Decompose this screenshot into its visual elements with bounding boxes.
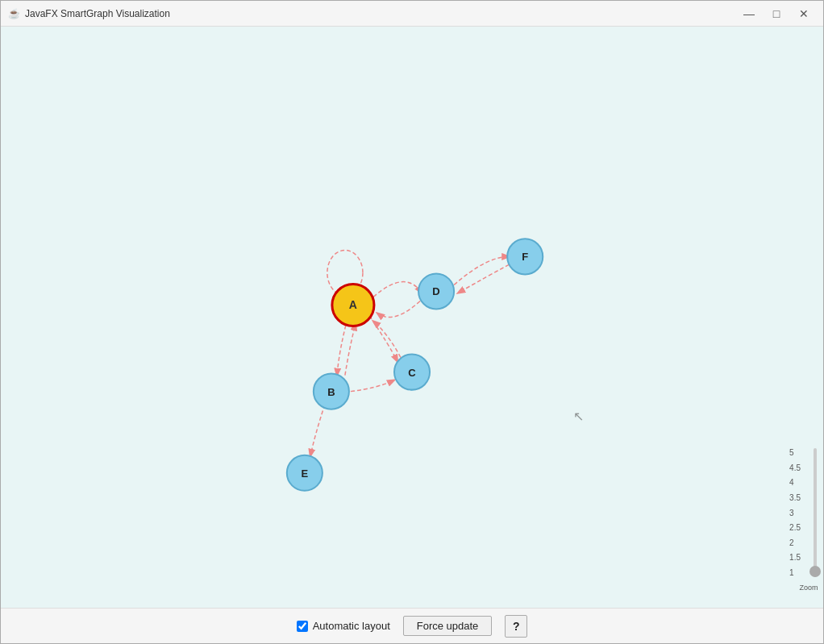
zoom-panel: 5 4.5 4 3.5 3 2.5 2 1.5 1 Zoom xyxy=(794,27,823,608)
zoom-tick-1-5: 1.5 xyxy=(789,553,801,562)
svg-text:E: E xyxy=(302,467,309,480)
zoom-tick-2-5: 2.5 xyxy=(789,523,801,532)
zoom-tick-1: 1 xyxy=(789,568,801,577)
graph-area[interactable]: A B C D E F ↖ xyxy=(1,27,794,608)
main-content: A B C D E F ↖ xyxy=(1,27,823,608)
help-button[interactable]: ? xyxy=(505,615,527,638)
zoom-track[interactable] xyxy=(814,448,817,577)
zoom-tick-4: 4 xyxy=(789,478,801,487)
window-title: JavaFX SmartGraph Visualization xyxy=(25,8,736,19)
main-window: ☕ JavaFX SmartGraph Visualization — □ ✕ xyxy=(0,0,824,644)
zoom-tick-4-5: 4.5 xyxy=(789,463,801,472)
minimize-button[interactable]: — xyxy=(736,2,762,25)
auto-layout-text: Automatic layout xyxy=(313,620,390,632)
app-icon: ☕ xyxy=(7,7,20,20)
zoom-labels: 5 4.5 4 3.5 3 2.5 2 1.5 1 xyxy=(789,448,801,577)
zoom-tick-5: 5 xyxy=(789,448,801,457)
svg-text:C: C xyxy=(408,367,416,379)
window-controls: — □ ✕ xyxy=(736,2,817,25)
zoom-tick-2: 2 xyxy=(789,538,801,547)
maximize-button[interactable]: □ xyxy=(764,2,789,25)
graph-svg: A B C D E F ↖ xyxy=(1,27,794,608)
title-bar: ☕ JavaFX SmartGraph Visualization — □ ✕ xyxy=(1,1,823,27)
close-button[interactable]: ✕ xyxy=(791,2,817,25)
force-update-button[interactable]: Force update xyxy=(403,616,493,636)
auto-layout-label[interactable]: Automatic layout xyxy=(297,620,390,632)
svg-text:F: F xyxy=(522,251,528,263)
svg-text:A: A xyxy=(349,298,357,311)
bottom-bar: Automatic layout Force update ? xyxy=(1,608,823,643)
zoom-container: 5 4.5 4 3.5 3 2.5 2 1.5 1 xyxy=(801,448,817,577)
auto-layout-checkbox[interactable] xyxy=(297,621,308,632)
svg-text:D: D xyxy=(432,285,439,297)
svg-text:B: B xyxy=(327,386,335,398)
svg-text:↖: ↖ xyxy=(573,409,584,423)
zoom-thumb[interactable] xyxy=(809,566,821,577)
zoom-label: Zoom xyxy=(799,584,818,592)
zoom-tick-3-5: 3.5 xyxy=(789,493,801,502)
zoom-tick-3: 3 xyxy=(789,509,801,517)
